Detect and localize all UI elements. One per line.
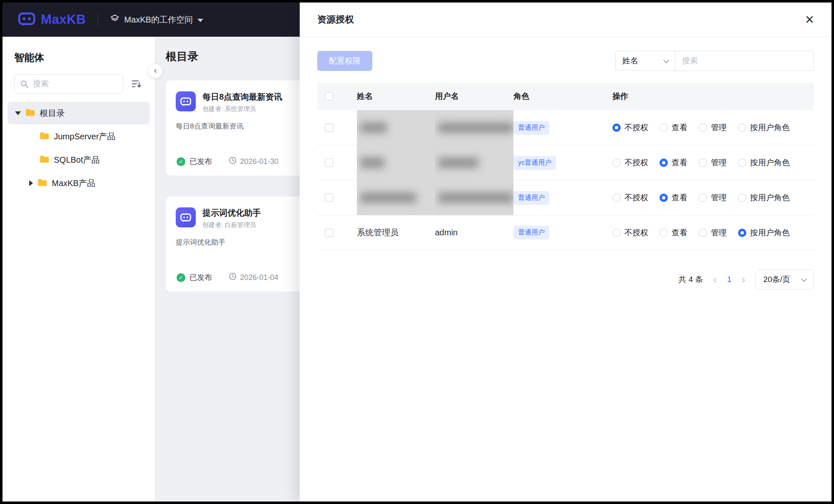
page-size-value: 20条/页: [763, 274, 790, 285]
sidebar-collapse-button[interactable]: ‹: [148, 63, 163, 78]
sidebar-title: 智能体: [14, 51, 155, 64]
tree-item-maxkb[interactable]: MaxKB产品: [8, 172, 150, 194]
current-page[interactable]: 1: [727, 275, 732, 284]
prev-page-icon[interactable]: ‹: [712, 274, 718, 285]
status-label: 已发布: [190, 272, 212, 282]
folder-tree: 根目录 JumpServer产品 SQLBot产品 MaxKB产品: [3, 102, 155, 194]
radio-icon[interactable]: [738, 229, 746, 237]
redacted-username: [438, 193, 513, 203]
radio-label: 不授权: [624, 122, 648, 133]
redacted-username: [438, 123, 513, 133]
radio-option[interactable]: 按用户角色: [738, 157, 790, 168]
clock-icon: [229, 156, 237, 166]
published-check-icon: ✓: [177, 157, 185, 166]
role-badge: 普通用户: [513, 191, 549, 205]
radio-icon[interactable]: [660, 194, 668, 202]
robot-icon: [176, 207, 196, 227]
table-row[interactable]: 系统管理员 admin 普通用户 不授权查看管理按用户角色: [317, 215, 814, 250]
radio-icon[interactable]: [612, 229, 621, 237]
cell-name: [357, 110, 435, 145]
column-header-username: 用户名: [435, 91, 513, 102]
sidebar-search: [14, 74, 123, 93]
filter-field-value: 姓名: [622, 55, 661, 66]
status-label: 已发布: [190, 156, 212, 166]
configure-permissions-button[interactable]: 配置权限: [317, 51, 372, 71]
row-checkbox[interactable]: [325, 229, 333, 237]
radio-option[interactable]: 不授权: [612, 122, 648, 133]
workspace-name: MaxKB的工作空间: [124, 14, 193, 25]
radio-icon[interactable]: [738, 123, 746, 132]
brand-logo[interactable]: MaxKB: [18, 11, 86, 28]
radio-label: 管理: [711, 192, 727, 203]
table-row[interactable]: 普通用户 不授权查看管理按用户角色: [317, 110, 814, 145]
cell-username: [435, 145, 513, 180]
select-all-checkbox[interactable]: [325, 92, 333, 101]
radio-option[interactable]: 管理: [699, 122, 727, 133]
caret-down-icon[interactable]: [15, 111, 21, 115]
radio-icon[interactable]: [660, 123, 668, 132]
radio-icon[interactable]: [660, 229, 668, 237]
tree-item-jumpserver[interactable]: JumpServer产品: [8, 125, 150, 148]
radio-label: 查看: [672, 192, 687, 203]
filter-group: 姓名: [615, 51, 814, 71]
radio-icon[interactable]: [699, 229, 707, 237]
radio-option[interactable]: 按用户角色: [738, 227, 790, 238]
radio-option[interactable]: 按用户角色: [738, 122, 790, 133]
radio-option[interactable]: 管理: [699, 227, 727, 238]
radio-option[interactable]: 查看: [660, 122, 687, 133]
search-input[interactable]: [14, 74, 123, 93]
workspace-selector[interactable]: MaxKB的工作空间: [110, 14, 203, 25]
radio-option[interactable]: 不授权: [612, 227, 648, 238]
radio-icon[interactable]: [699, 159, 707, 167]
redacted-name: [360, 123, 387, 133]
radio-icon[interactable]: [738, 194, 746, 202]
tree-item-label: SQLBot产品: [54, 154, 100, 166]
role-badge: 普通用户: [513, 226, 549, 239]
radio-icon[interactable]: [699, 194, 707, 202]
filter-field-select[interactable]: 姓名: [616, 51, 675, 71]
radio-option[interactable]: 查看: [660, 192, 687, 203]
role-badge: 普通用户: [513, 121, 549, 135]
row-checkbox[interactable]: [325, 123, 333, 132]
tree-item-root[interactable]: 根目录: [8, 102, 150, 124]
radio-option[interactable]: 不授权: [612, 157, 648, 168]
pagination: 共 4 条 ‹ 1 › 20条/页: [317, 270, 814, 290]
table-row[interactable]: yc普通用户 不授权查看管理按用户角色: [317, 145, 814, 180]
folder-icon: [39, 131, 50, 142]
tree-item-sqlbot[interactable]: SQLBot产品: [8, 149, 150, 171]
robot-icon: [176, 91, 196, 111]
table-row[interactable]: 普通用户 不授权查看管理按用户角色: [317, 180, 814, 215]
radio-icon[interactable]: [738, 159, 746, 167]
radio-option[interactable]: 管理: [699, 157, 727, 168]
close-icon[interactable]: ×: [805, 12, 814, 27]
radio-icon[interactable]: [612, 159, 621, 167]
sort-icon[interactable]: [128, 76, 145, 92]
cell-operations: 不授权查看管理按用户角色: [612, 157, 814, 168]
row-checkbox[interactable]: [325, 194, 333, 202]
column-header-actions: 操作: [612, 91, 814, 102]
radio-option[interactable]: 管理: [699, 192, 727, 203]
page-size-select[interactable]: 20条/页: [756, 270, 814, 290]
radio-option[interactable]: 查看: [660, 157, 687, 168]
next-page-icon[interactable]: ›: [740, 274, 746, 285]
row-checkbox[interactable]: [325, 159, 333, 167]
radio-icon[interactable]: [612, 194, 621, 202]
chevron-down-icon: [801, 276, 807, 282]
radio-icon[interactable]: [612, 123, 621, 132]
radio-label: 查看: [672, 122, 687, 133]
caret-right-icon[interactable]: [29, 180, 33, 186]
card-title: 提示词优化助手: [202, 207, 261, 219]
radio-icon[interactable]: [699, 123, 707, 132]
radio-option[interactable]: 不授权: [612, 192, 648, 203]
radio-option[interactable]: 查看: [660, 227, 687, 238]
cell-username: admin: [435, 228, 513, 237]
published-check-icon: ✓: [177, 273, 185, 282]
radio-option[interactable]: 按用户角色: [738, 192, 790, 203]
radio-icon[interactable]: [660, 159, 668, 167]
card-date: 2026-01-30: [240, 157, 278, 166]
radio-label: 查看: [672, 227, 687, 238]
card-title: 每日8点查询最新资讯: [202, 91, 282, 103]
table-body: 普通用户 不授权查看管理按用户角色 yc普通用户 不授权查看管理按用户角色 普通…: [317, 110, 814, 250]
drawer-search-input[interactable]: [675, 51, 814, 71]
pagination-total: 共 4 条: [678, 274, 703, 285]
